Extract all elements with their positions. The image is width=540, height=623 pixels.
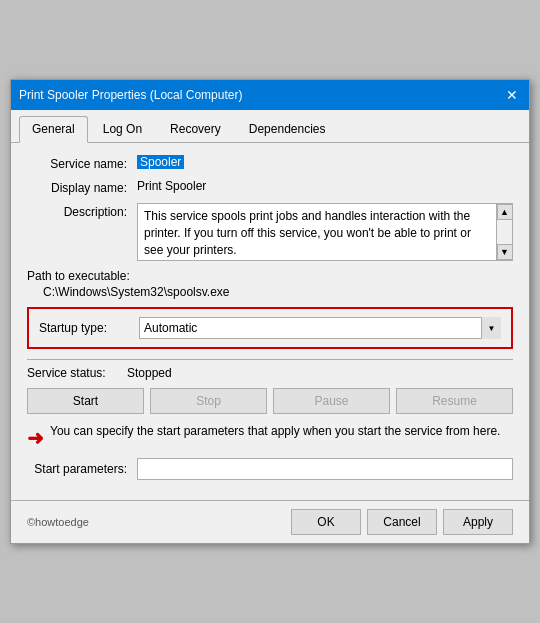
- description-scrollbar: ▲ ▼: [496, 204, 512, 260]
- resume-button[interactable]: Resume: [396, 388, 513, 414]
- start-params-row: Start parameters:: [27, 458, 513, 480]
- service-name-label: Service name:: [27, 155, 137, 171]
- tab-dependencies[interactable]: Dependencies: [236, 116, 339, 142]
- scroll-down-button[interactable]: ▼: [497, 244, 513, 260]
- description-box: This service spools print jobs and handl…: [137, 203, 513, 261]
- cancel-button[interactable]: Cancel: [367, 509, 437, 535]
- start-params-input[interactable]: [137, 458, 513, 480]
- start-params-label: Start parameters:: [27, 462, 137, 476]
- close-icon: ✕: [506, 87, 518, 103]
- pause-button[interactable]: Pause: [273, 388, 390, 414]
- tab-content: Service name: Spooler Display name: Prin…: [11, 143, 529, 500]
- arrow-indicator-icon: ➜: [27, 426, 44, 450]
- window-title: Print Spooler Properties (Local Computer…: [19, 88, 242, 102]
- service-name-value: Spooler: [137, 155, 513, 169]
- display-name-label: Display name:: [27, 179, 137, 195]
- display-name-value: Print Spooler: [137, 179, 513, 193]
- display-name-row: Display name: Print Spooler: [27, 179, 513, 195]
- path-value: C:\Windows\System32\spoolsv.exe: [27, 285, 513, 299]
- description-text: This service spools print jobs and handl…: [144, 208, 506, 258]
- tab-logon[interactable]: Log On: [90, 116, 155, 142]
- title-bar: Print Spooler Properties (Local Computer…: [11, 80, 529, 110]
- action-buttons: OK Cancel Apply: [291, 509, 513, 535]
- path-label: Path to executable:: [27, 269, 513, 283]
- bottom-bar: ©howtoedge OK Cancel Apply: [11, 500, 529, 543]
- tab-recovery[interactable]: Recovery: [157, 116, 234, 142]
- startup-type-select-wrapper: Automatic Manual Disabled ▼: [139, 317, 501, 339]
- tab-general[interactable]: General: [19, 116, 88, 143]
- scroll-up-button[interactable]: ▲: [497, 204, 513, 220]
- divider-1: [27, 359, 513, 360]
- start-button[interactable]: Start: [27, 388, 144, 414]
- service-name-row: Service name: Spooler: [27, 155, 513, 171]
- tab-bar: General Log On Recovery Dependencies: [11, 110, 529, 143]
- service-status-row: Service status: Stopped: [27, 366, 513, 380]
- watermark-text: ©howtoedge: [27, 516, 89, 528]
- info-text: You can specify the start parameters tha…: [50, 424, 500, 438]
- info-text-row: ➜ You can specify the start parameters t…: [27, 424, 513, 450]
- startup-type-select[interactable]: Automatic Manual Disabled: [139, 317, 501, 339]
- startup-type-label: Startup type:: [39, 321, 139, 335]
- service-status-value: Stopped: [127, 366, 172, 380]
- stop-button[interactable]: Stop: [150, 388, 267, 414]
- apply-button[interactable]: Apply: [443, 509, 513, 535]
- service-name-highlight: Spooler: [137, 155, 184, 169]
- description-row: Description: This service spools print j…: [27, 203, 513, 261]
- main-window: Print Spooler Properties (Local Computer…: [10, 79, 530, 544]
- service-control-buttons: Start Stop Pause Resume: [27, 388, 513, 414]
- path-section: Path to executable: C:\Windows\System32\…: [27, 269, 513, 299]
- startup-type-section: Startup type: Automatic Manual Disabled …: [27, 307, 513, 349]
- service-status-label: Service status:: [27, 366, 127, 380]
- startup-type-row: Startup type: Automatic Manual Disabled …: [39, 317, 501, 339]
- description-label: Description:: [27, 203, 137, 219]
- close-button[interactable]: ✕: [503, 86, 521, 104]
- ok-button[interactable]: OK: [291, 509, 361, 535]
